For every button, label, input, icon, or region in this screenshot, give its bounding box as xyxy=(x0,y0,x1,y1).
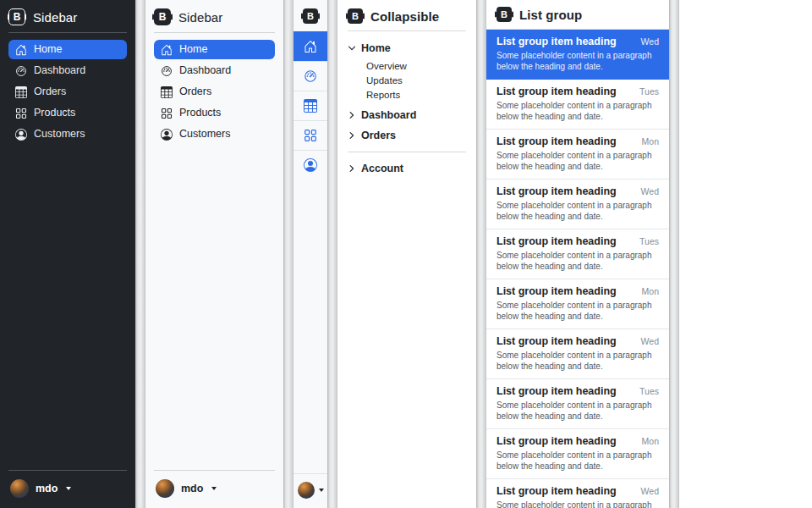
divider xyxy=(154,470,275,471)
bootstrap-logo-icon: B xyxy=(303,8,318,24)
tree-toggle-orders[interactable]: Orders xyxy=(348,125,466,146)
person-circle-icon xyxy=(304,158,317,172)
sidebar-dark: B Sidebar HomeDashboardOrdersProductsCus… xyxy=(0,0,135,508)
divider xyxy=(8,32,127,33)
list-group-item[interactable]: List group item headingTuesSome placehol… xyxy=(486,80,669,130)
list-item-day: Mon xyxy=(642,286,659,296)
user-menu-toggle[interactable] xyxy=(294,473,327,508)
example-divider xyxy=(476,0,486,508)
list-group-scrollarea[interactable]: List group item headingWedSome placehold… xyxy=(486,30,669,508)
nav-item-customers[interactable]: Customers xyxy=(8,124,127,144)
sidebar-dark-nav: HomeDashboardOrdersProductsCustomers xyxy=(8,40,127,146)
grid-icon xyxy=(161,108,173,119)
list-item-heading: List group item heading xyxy=(497,235,617,248)
sidebar-dark-title: Sidebar xyxy=(33,10,77,25)
bootstrap-logo-icon: B xyxy=(348,8,363,24)
subnav-home: OverviewUpdatesReports xyxy=(348,58,466,102)
list-item-body: Some placeholder content in a paragraph … xyxy=(497,500,659,508)
list-item-body: Some placeholder content in a paragraph … xyxy=(497,350,659,372)
tree-toggle-label: Dashboard xyxy=(361,109,416,121)
nav-item-label: Dashboard xyxy=(179,64,231,77)
sidebar-dark-footer: mdo xyxy=(8,463,127,500)
rail-item-dashboard[interactable] xyxy=(294,61,327,91)
list-item-top-row: List group item headingMon xyxy=(497,135,659,148)
list-item-top-row: List group item headingMon xyxy=(497,285,659,298)
collapsible-brand[interactable]: B Collapsible xyxy=(348,8,466,24)
list-item-top-row: List group item headingWed xyxy=(497,185,659,198)
bootstrap-logo-link[interactable]: B xyxy=(294,0,327,31)
sidebar-light-nav: HomeDashboardOrdersProductsCustomers xyxy=(154,40,275,146)
list-item-heading: List group item heading xyxy=(497,185,617,198)
divider xyxy=(8,470,127,471)
icon-rail-nav xyxy=(294,31,327,179)
person-circle-icon xyxy=(15,129,27,141)
collapsible-title: Collapsible xyxy=(370,9,439,24)
sidebar-light: B Sidebar HomeDashboardOrdersProductsCus… xyxy=(145,0,283,508)
sidebar-collapsible: B Collapsible HomeOverviewUpdatesReports… xyxy=(337,0,476,508)
nav-item-label: Dashboard xyxy=(34,64,85,77)
list-item-body: Some placeholder content in a paragraph … xyxy=(497,200,659,222)
list-group-item[interactable]: List group item headingWedSome placehold… xyxy=(486,479,669,508)
table-icon xyxy=(15,86,27,98)
nav-item-products[interactable]: Products xyxy=(8,103,127,123)
speedometer-icon xyxy=(161,65,173,77)
collapsible-nav: HomeOverviewUpdatesReportsDashboardOrder… xyxy=(348,38,466,179)
tree-toggle-dashboard[interactable]: Dashboard xyxy=(348,105,466,125)
nav-item-orders[interactable]: Orders xyxy=(154,82,275,102)
tree-toggle-label: Home xyxy=(361,42,391,54)
list-item-top-row: List group item headingTues xyxy=(497,86,659,98)
list-item-body: Some placeholder content in a paragraph … xyxy=(497,100,659,122)
list-group-item[interactable]: List group item headingWedSome placehold… xyxy=(486,329,669,379)
list-item-top-row: List group item headingTues xyxy=(497,235,659,248)
nav-item-label: Customers xyxy=(34,128,85,141)
list-item-body: Some placeholder content in a paragraph … xyxy=(497,400,659,422)
list-group-item[interactable]: List group item headingWedSome placehold… xyxy=(486,30,669,80)
nav-item-dashboard[interactable]: Dashboard xyxy=(8,61,127,80)
list-item-body: Some placeholder content in a paragraph … xyxy=(497,450,659,472)
list-group-item[interactable]: List group item headingTuesSome placehol… xyxy=(486,229,669,279)
bootstrap-sidebar-examples: B Sidebar HomeDashboardOrdersProductsCus… xyxy=(0,0,812,508)
list-item-day: Mon xyxy=(642,136,659,146)
subnav-item-reports[interactable]: Reports xyxy=(348,87,466,102)
subnav-item-overview[interactable]: Overview xyxy=(348,58,466,73)
user-menu-toggle[interactable]: mdo xyxy=(154,478,275,500)
caret-down-icon xyxy=(319,489,324,492)
sidebar-light-brand[interactable]: B Sidebar xyxy=(154,8,275,25)
nav-item-dashboard[interactable]: Dashboard xyxy=(154,61,275,80)
subnav-item-updates[interactable]: Updates xyxy=(348,73,466,87)
nav-item-customers[interactable]: Customers xyxy=(154,124,275,144)
house-icon xyxy=(161,44,173,56)
list-item-body: Some placeholder content in a paragraph … xyxy=(497,50,659,72)
list-item-day: Wed xyxy=(641,486,659,496)
chevron-right-icon xyxy=(348,164,356,173)
rail-item-customers[interactable] xyxy=(294,150,327,179)
list-group-item[interactable]: List group item headingMonSome placehold… xyxy=(486,429,669,479)
rail-item-products[interactable] xyxy=(294,120,327,150)
list-item-top-row: List group item headingWed xyxy=(497,485,659,498)
tree-toggle-account[interactable]: Account xyxy=(348,158,466,179)
rail-item-orders[interactable] xyxy=(294,91,327,120)
tree-toggle-label: Account xyxy=(361,163,403,174)
list-group-item[interactable]: List group item headingMonSome placehold… xyxy=(486,279,669,329)
list-item-body: Some placeholder content in a paragraph … xyxy=(497,250,659,272)
sidebar-dark-brand[interactable]: B Sidebar xyxy=(8,8,127,25)
avatar xyxy=(156,479,174,498)
divider xyxy=(348,152,466,152)
rail-item-home[interactable] xyxy=(294,31,327,61)
speedometer-icon xyxy=(304,69,317,83)
list-group-item[interactable]: List group item headingWedSome placehold… xyxy=(486,179,669,229)
list-group-header[interactable]: B List group xyxy=(486,0,669,30)
list-group-title: List group xyxy=(519,8,582,22)
nav-item-home[interactable]: Home xyxy=(8,40,127,59)
nav-item-products[interactable]: Products xyxy=(154,103,275,123)
user-name: mdo xyxy=(181,483,203,494)
list-group-item[interactable]: List group item headingTuesSome placehol… xyxy=(486,379,669,429)
list-group-item[interactable]: List group item headingMonSome placehold… xyxy=(486,130,669,179)
list-item-heading: List group item heading xyxy=(497,385,617,398)
nav-item-home[interactable]: Home xyxy=(154,40,275,59)
example-divider xyxy=(135,0,145,508)
list-item-top-row: List group item headingWed xyxy=(497,335,659,348)
tree-toggle-home[interactable]: Home xyxy=(348,38,466,58)
nav-item-orders[interactable]: Orders xyxy=(8,82,127,102)
user-menu-toggle[interactable]: mdo xyxy=(8,478,127,500)
